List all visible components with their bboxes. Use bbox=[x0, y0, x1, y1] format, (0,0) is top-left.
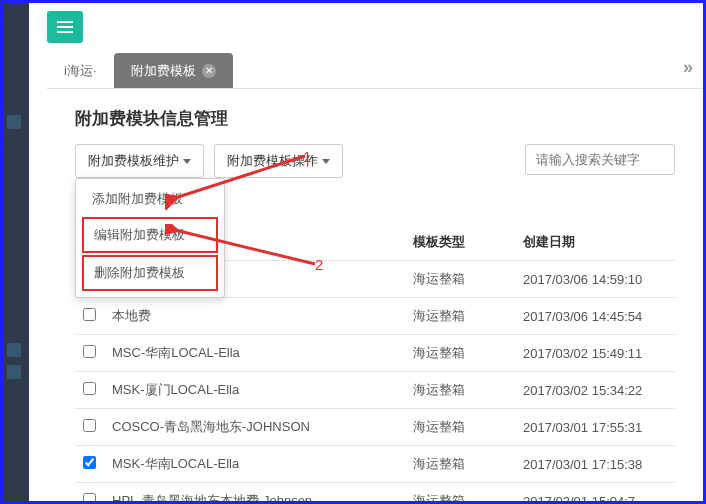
cell-type: 海运整箱 bbox=[405, 261, 515, 298]
table-row[interactable]: HPL-青岛黑海地东本地费-Johnson海运整箱2017/03/01 15:0… bbox=[75, 483, 675, 505]
side-handle[interactable] bbox=[7, 115, 21, 129]
operate-dropdown-button[interactable]: 附加费模板操作 bbox=[214, 144, 343, 178]
row-checkbox[interactable] bbox=[83, 308, 96, 321]
cell-type: 海运整箱 bbox=[405, 409, 515, 446]
button-label: 附加费模板维护 bbox=[88, 152, 179, 170]
cell-type: 海运整箱 bbox=[405, 298, 515, 335]
cell-name: MSK-厦门LOCAL-Ella bbox=[104, 372, 405, 409]
annotation-number: 1 bbox=[303, 148, 311, 165]
table-row[interactable]: MSC-华南LOCAL-Ella海运整箱2017/03/02 15:49:11 bbox=[75, 335, 675, 372]
chevron-down-icon bbox=[322, 159, 330, 164]
close-icon[interactable]: ✕ bbox=[202, 64, 216, 78]
search-input[interactable] bbox=[525, 144, 675, 175]
maintain-dropdown-button[interactable]: 附加费模板维护 bbox=[75, 144, 204, 178]
menu-item-edit-template[interactable]: 编辑附加费模板 bbox=[82, 217, 218, 253]
cell-date: 2017/03/01 17:55:31 bbox=[515, 409, 675, 446]
left-dark-strip bbox=[3, 3, 29, 501]
menu-toggle-button[interactable] bbox=[47, 11, 83, 43]
cell-name: HPL-青岛黑海地东本地费-Johnson bbox=[104, 483, 405, 505]
cell-name: MSC-华南LOCAL-Ella bbox=[104, 335, 405, 372]
cell-type: 海运整箱 bbox=[405, 335, 515, 372]
tab-label: 附加费模板 bbox=[131, 62, 196, 80]
cell-date: 2017/03/01 15:04:7 bbox=[515, 483, 675, 505]
cell-name: 本地费 bbox=[104, 298, 405, 335]
tabs-forward-button[interactable]: » bbox=[683, 57, 693, 78]
cell-name: COSCO-青岛黑海地东-JOHNSON bbox=[104, 409, 405, 446]
menu-item-add-template[interactable]: 添加附加费模板 bbox=[82, 183, 218, 215]
row-checkbox[interactable] bbox=[83, 456, 96, 469]
col-date: 创建日期 bbox=[515, 224, 675, 261]
cell-name: MSK-华南LOCAL-Ella bbox=[104, 446, 405, 483]
tab-label: i海运· bbox=[64, 62, 97, 80]
cell-type: 海运整箱 bbox=[405, 372, 515, 409]
maintain-dropdown-menu: 添加附加费模板 编辑附加费模板 删除附加费模板 bbox=[75, 178, 225, 298]
table-row[interactable]: MSK-厦门LOCAL-Ella海运整箱2017/03/02 15:34:22 bbox=[75, 372, 675, 409]
tab-shipping[interactable]: i海运· bbox=[47, 53, 114, 88]
table-row[interactable]: COSCO-青岛黑海地东-JOHNSON海运整箱2017/03/01 17:55… bbox=[75, 409, 675, 446]
cell-type: 海运整箱 bbox=[405, 483, 515, 505]
table-row[interactable]: MSK-华南LOCAL-Ella海运整箱2017/03/01 17:15:38 bbox=[75, 446, 675, 483]
row-checkbox[interactable] bbox=[83, 345, 96, 358]
menu-item-delete-template[interactable]: 删除附加费模板 bbox=[82, 255, 218, 291]
cell-date: 2017/03/01 17:15:38 bbox=[515, 446, 675, 483]
page-title: 附加费模块信息管理 bbox=[75, 107, 675, 130]
tab-surcharge-template[interactable]: 附加费模板 ✕ bbox=[114, 53, 233, 88]
search-box bbox=[525, 144, 675, 175]
side-handle[interactable] bbox=[7, 343, 21, 357]
cell-date: 2017/03/06 14:59:10 bbox=[515, 261, 675, 298]
row-checkbox[interactable] bbox=[83, 382, 96, 395]
cell-date: 2017/03/06 14:45:54 bbox=[515, 298, 675, 335]
row-checkbox[interactable] bbox=[83, 493, 96, 504]
cell-date: 2017/03/02 15:34:22 bbox=[515, 372, 675, 409]
col-type: 模板类型 bbox=[405, 224, 515, 261]
annotation-number: 2 bbox=[315, 256, 323, 273]
chevron-down-icon bbox=[183, 159, 191, 164]
table-row[interactable]: 本地费海运整箱2017/03/06 14:45:54 bbox=[75, 298, 675, 335]
side-handle[interactable] bbox=[7, 365, 21, 379]
row-checkbox[interactable] bbox=[83, 419, 96, 432]
cell-date: 2017/03/02 15:49:11 bbox=[515, 335, 675, 372]
cell-type: 海运整箱 bbox=[405, 446, 515, 483]
